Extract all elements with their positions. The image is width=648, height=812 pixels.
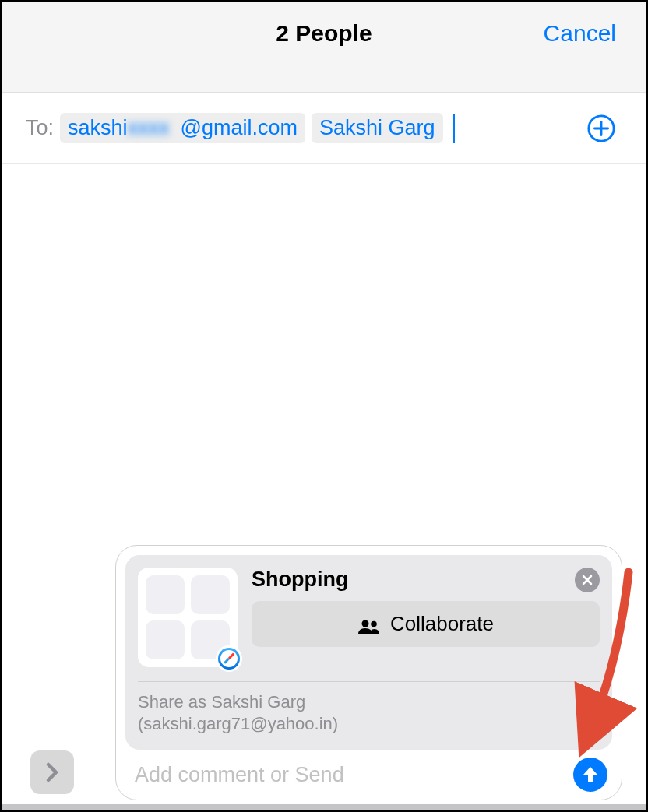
recipient-pill-name[interactable]: Sakshi Garg [312, 113, 443, 143]
card-content: Shopping Collaborate [252, 568, 600, 667]
bottom-bar [2, 804, 646, 810]
add-recipient-button[interactable] [586, 114, 616, 143]
compose-area: Shopping Collaborate [115, 545, 622, 800]
input-row [125, 750, 612, 800]
modal-header: 2 People Cancel [2, 2, 646, 93]
cancel-button[interactable]: Cancel [544, 20, 616, 47]
modal-title: 2 People [276, 20, 372, 47]
card-top: Shopping Collaborate [138, 568, 600, 667]
safari-icon [218, 648, 240, 670]
thumbnail-tile [146, 620, 185, 659]
share-as-email: (sakshi.garg71@yahoo.in) [138, 713, 600, 736]
thumbnail-tile [146, 575, 185, 614]
text-cursor [453, 114, 455, 143]
collaborate-label: Collaborate [390, 612, 494, 636]
attachment-thumbnail [138, 568, 238, 667]
attachment-title: Shopping [252, 568, 600, 592]
attachment-card: Shopping Collaborate [125, 555, 612, 750]
remove-attachment-button[interactable] [575, 568, 600, 592]
recipient-pill-email[interactable]: sakshixxxx@gmail.com [60, 113, 305, 143]
chevron-right-icon [44, 761, 60, 783]
comment-input[interactable] [135, 763, 565, 787]
arrow-up-icon [582, 765, 599, 784]
people-icon [357, 616, 381, 631]
expand-apps-button[interactable] [30, 750, 74, 794]
share-as-name: Share as Sakshi Garg [138, 691, 600, 714]
collaborate-button[interactable]: Collaborate [252, 601, 600, 647]
svg-point-4 [371, 621, 377, 627]
to-field-row[interactable]: To: sakshixxxx@gmail.com Sakshi Garg [2, 93, 646, 164]
to-label: To: [26, 116, 54, 140]
thumbnail-badge [216, 645, 242, 672]
thumbnail-tile [191, 575, 230, 614]
plus-circle-icon [586, 114, 616, 143]
svg-point-3 [362, 620, 369, 627]
close-icon [581, 574, 593, 586]
send-button[interactable] [573, 758, 608, 792]
share-as-info: Share as Sakshi Garg (sakshi.garg71@yaho… [138, 682, 600, 737]
